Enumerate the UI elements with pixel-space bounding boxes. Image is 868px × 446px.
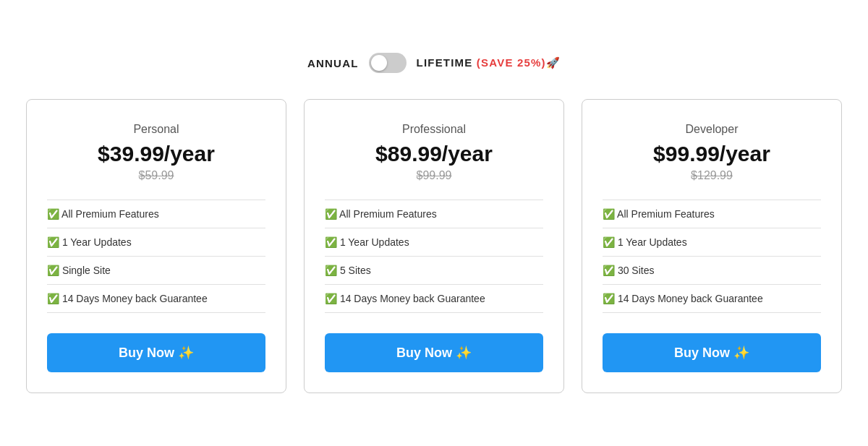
buy-button-developer[interactable]: Buy Now ✨ bbox=[603, 333, 821, 372]
plan-price-developer: $99.99/year bbox=[653, 142, 770, 166]
plan-card-personal: Personal $39.99/year $59.99 ✅ All Premiu… bbox=[26, 99, 286, 393]
plan-features-professional: ✅ All Premium Features ✅ 1 Year Updates … bbox=[325, 200, 543, 313]
list-item: ✅ All Premium Features bbox=[603, 200, 821, 228]
plan-original-price-developer: $129.99 bbox=[691, 169, 733, 182]
annual-label: ANNUAL bbox=[307, 57, 359, 69]
plan-features-developer: ✅ All Premium Features ✅ 1 Year Updates … bbox=[603, 200, 821, 313]
list-item: ✅ Single Site bbox=[47, 257, 265, 285]
plan-name-personal: Personal bbox=[133, 123, 179, 136]
lifetime-label: LIFETIME (SAVE 25%)🚀 bbox=[417, 56, 561, 69]
list-item: ✅ 30 Sites bbox=[603, 257, 821, 285]
list-item: ✅ 5 Sites bbox=[325, 257, 543, 285]
plans-container: Personal $39.99/year $59.99 ✅ All Premiu… bbox=[22, 99, 846, 393]
plan-price-personal: $39.99/year bbox=[98, 142, 215, 166]
billing-toggle[interactable] bbox=[369, 53, 407, 73]
list-item: ✅ 1 Year Updates bbox=[325, 228, 543, 257]
list-item: ✅ 14 Days Money back Guarantee bbox=[47, 285, 265, 313]
plan-name-professional: Professional bbox=[402, 123, 466, 136]
list-item: ✅ All Premium Features bbox=[47, 200, 265, 228]
save-label: (SAVE 25%)🚀 bbox=[477, 56, 561, 69]
toggle-track bbox=[369, 53, 407, 73]
plan-price-professional: $89.99/year bbox=[375, 142, 493, 166]
plan-card-developer: Developer $99.99/year $129.99 ✅ All Prem… bbox=[582, 99, 842, 393]
list-item: ✅ 1 Year Updates bbox=[47, 228, 265, 257]
list-item: ✅ 14 Days Money back Guarantee bbox=[325, 285, 543, 313]
billing-toggle-row: ANNUAL LIFETIME (SAVE 25%)🚀 bbox=[307, 53, 561, 73]
list-item: ✅ 14 Days Money back Guarantee bbox=[603, 285, 821, 313]
buy-button-personal[interactable]: Buy Now ✨ bbox=[47, 333, 265, 372]
plan-original-price-personal: $59.99 bbox=[139, 169, 174, 182]
toggle-thumb bbox=[371, 55, 387, 71]
plan-card-professional: Professional $89.99/year $99.99 ✅ All Pr… bbox=[304, 99, 564, 393]
buy-button-professional[interactable]: Buy Now ✨ bbox=[325, 333, 543, 372]
plan-name-developer: Developer bbox=[686, 123, 739, 136]
plan-features-personal: ✅ All Premium Features ✅ 1 Year Updates … bbox=[47, 200, 265, 313]
list-item: ✅ 1 Year Updates bbox=[603, 228, 821, 257]
list-item: ✅ All Premium Features bbox=[325, 200, 543, 228]
plan-original-price-professional: $99.99 bbox=[417, 169, 452, 182]
